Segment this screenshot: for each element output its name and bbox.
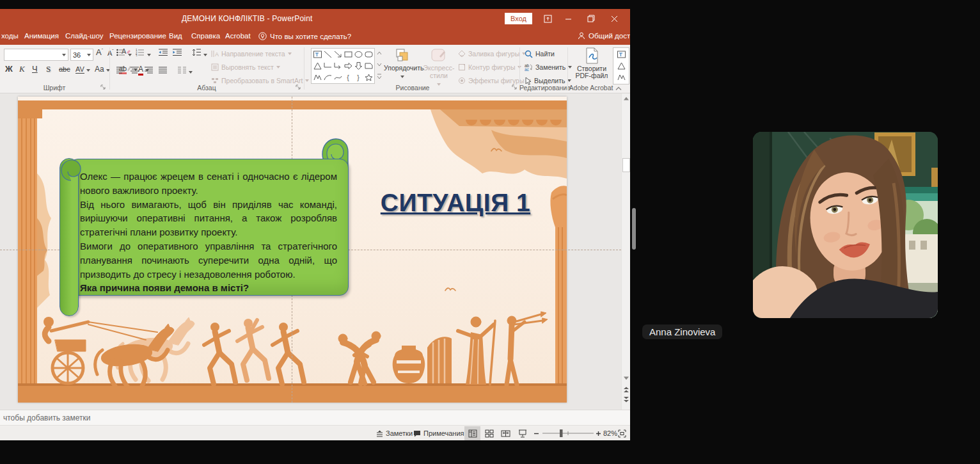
bold-button[interactable]: Ж [5, 64, 13, 74]
chevron-down-icon [62, 54, 66, 56]
strikethrough-button[interactable]: abc [59, 65, 70, 73]
down-arrow-shape-icon [354, 62, 363, 70]
tab-slideshow[interactable]: Слайд-шоу [65, 32, 104, 40]
right-column-decoration [550, 186, 567, 386]
find-button[interactable]: Найти [525, 47, 555, 60]
columns-button[interactable] [178, 66, 193, 76]
align-center-button[interactable] [130, 66, 139, 76]
line-shape-icon [324, 51, 332, 58]
previous-slide-button[interactable] [623, 387, 629, 393]
text-direction-button[interactable]: А Направление текста [211, 47, 292, 60]
close-icon [611, 15, 618, 22]
indent-increase-icon [173, 49, 182, 56]
paragraph-group-label: Абзац [191, 84, 223, 92]
shrink-font-button[interactable]: Аˇ [107, 49, 114, 57]
slide-title[interactable]: СИТУАЦІЯ 1 [367, 189, 544, 217]
tab-animation[interactable]: Анимация [24, 32, 59, 40]
tab-transitions-partial[interactable]: ходы [1, 32, 19, 40]
justify-button[interactable] [159, 66, 167, 76]
decrease-indent-button[interactable] [159, 49, 168, 58]
justify-icon [159, 67, 167, 74]
shapes-gallery-scroll-down[interactable] [377, 59, 382, 68]
normal-view-button[interactable] [464, 426, 480, 440]
shapes-gallery-more-button[interactable] [377, 72, 382, 81]
italic-button[interactable]: К [19, 64, 25, 74]
zoom-slider[interactable] [542, 426, 594, 440]
font-size-combo[interactable]: 36 [70, 49, 93, 61]
close-button[interactable] [605, 9, 624, 28]
zoom-percentage[interactable]: 82% [603, 426, 617, 440]
scroll-up-arrow[interactable] [623, 96, 629, 101]
slideshow-view-button[interactable] [514, 426, 530, 440]
scroll-shape[interactable]: Олекс — працює жрецем в сенаті і одночас… [59, 138, 349, 317]
participant-video[interactable] [753, 132, 938, 318]
shape-effects-icon [458, 77, 466, 84]
scroll-down-arrow[interactable] [623, 376, 629, 381]
tell-me-box[interactable]: Что вы хотите сделать? [258, 32, 351, 40]
bullets-button[interactable] [116, 49, 132, 58]
text-shadow-button[interactable]: S [46, 64, 51, 74]
pdf-file-icon [583, 47, 600, 64]
character-spacing-button[interactable]: AV [75, 65, 90, 73]
tab-acrobat[interactable]: Acrobat [225, 32, 251, 40]
change-case-button[interactable]: Aa [95, 65, 110, 74]
reading-view-icon [501, 429, 510, 438]
shape-fill-button[interactable]: Заливка фигуры [458, 47, 526, 60]
numbering-button[interactable]: 123 [136, 49, 151, 58]
slide-sorter-view-button[interactable] [481, 426, 497, 440]
replace-button[interactable]: abac Заменить [525, 61, 572, 74]
drawing-dialog-launcher[interactable] [512, 84, 518, 90]
notes-toggle-button[interactable]: Заметки [376, 426, 413, 440]
notes-pane[interactable]: чтобы добавить заметки [0, 410, 630, 425]
top-right-corner-decoration [431, 109, 567, 179]
quick-styles-button[interactable]: Экспресс-стили [422, 47, 455, 87]
align-text-button[interactable]: Выровнять текст [211, 61, 280, 74]
reading-view-button[interactable] [498, 426, 514, 440]
restore-button[interactable] [581, 9, 601, 28]
paragraph-dialog-launcher[interactable] [296, 84, 302, 90]
arrange-button[interactable]: Упорядочить [384, 47, 421, 79]
increase-indent-button[interactable] [173, 49, 182, 58]
chevron-up-icon [615, 86, 622, 91]
trumpeter-figure [507, 312, 548, 385]
collapse-ribbon-button[interactable] [615, 84, 622, 92]
scrollbar-thumb[interactable] [622, 158, 630, 172]
tab-view[interactable]: Вид [169, 32, 182, 40]
plus-icon [596, 431, 601, 436]
tab-review[interactable]: Рецензирование [109, 32, 166, 40]
robed-figure [458, 317, 495, 385]
zoom-slider-thumb[interactable] [560, 429, 563, 437]
zoom-in-button[interactable] [596, 426, 601, 440]
tab-help[interactable]: Справка [191, 32, 220, 40]
grow-font-button[interactable]: Аˆ [96, 47, 103, 57]
underline-button[interactable]: Ч [32, 64, 38, 74]
align-left-icon [116, 67, 125, 74]
font-name-combo[interactable] [4, 49, 68, 61]
align-left-button[interactable] [116, 66, 125, 76]
next-slide-button[interactable] [623, 396, 629, 403]
font-dialog-launcher[interactable] [100, 84, 107, 90]
side-scrollbar-pill[interactable] [632, 208, 636, 250]
sign-in-button[interactable]: Вход [505, 13, 532, 24]
minimize-button[interactable] [558, 9, 578, 28]
svg-text:3: 3 [136, 54, 138, 57]
powerpoint-window: ДЕМОНИ КОНФЛІКТІВ - PowerPoint Вход ходы… [0, 9, 630, 440]
fit-slide-to-window-button[interactable] [618, 426, 626, 440]
share-button[interactable]: Общий доступ [578, 32, 630, 40]
shapes-mini-gallery[interactable] [613, 47, 629, 84]
participant-name-label: Anna Zinovieva [642, 324, 722, 339]
convert-smartart-button[interactable]: Преобразовать в SmartArt [211, 74, 309, 87]
comments-toggle-button[interactable]: Примечания [413, 426, 464, 440]
line-spacing-button[interactable] [192, 49, 207, 58]
ribbon-display-options-button[interactable] [538, 9, 557, 28]
window-title: ДЕМОНИ КОНФЛІКТІВ - PowerPoint [182, 14, 313, 23]
shapes-gallery[interactable]: { } [311, 48, 375, 84]
slide-scrollbar[interactable] [621, 93, 630, 410]
create-pdf-button[interactable]: Створити PDF-файл [573, 47, 610, 79]
align-right-button[interactable] [145, 66, 153, 76]
indent-decrease-icon [159, 49, 168, 56]
shapes-gallery-scroll-up[interactable] [377, 47, 382, 57]
notes-placeholder: чтобы добавить заметки [3, 413, 90, 422]
shape-outline-button[interactable]: Контур фигуры [458, 61, 521, 74]
zoom-out-button[interactable] [533, 426, 539, 440]
